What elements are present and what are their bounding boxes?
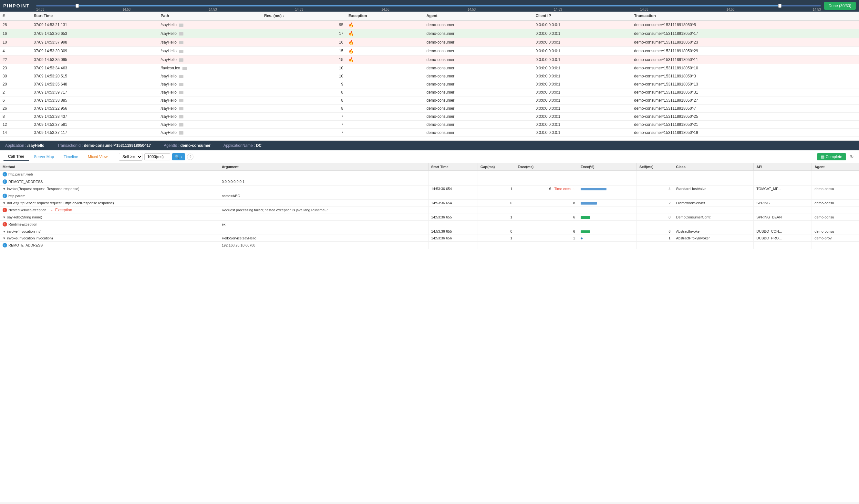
table-row[interactable]: 26 07/09 14:53:22 956 /sayHello 8 demo-c… xyxy=(0,105,859,113)
exec-bar xyxy=(581,188,606,190)
col-header-id[interactable]: # xyxy=(0,12,31,20)
calltree-row[interactable]: i http.param name=ABC xyxy=(0,192,859,200)
calltree-header-exec---[interactable]: Exec(%) xyxy=(578,163,636,171)
tab-mixed-view[interactable]: Mixed View xyxy=(83,153,112,161)
calltree-row[interactable]: ! RuntimeException ex xyxy=(0,221,859,228)
info-badge: i xyxy=(3,179,7,184)
table-row[interactable]: 4 07/09 14:53:39 309 /sayHello 15 🔥 demo… xyxy=(0,47,859,56)
tab-timeline[interactable]: Timeline xyxy=(59,153,83,161)
error-badge: ! xyxy=(3,222,7,226)
expand-icon[interactable]: ▼ xyxy=(3,201,6,205)
method-name: invoke(Request request, Response respons… xyxy=(7,187,79,191)
timeline-track[interactable]: 14:5314:5314:5314:5314:5314:5314:5314:53… xyxy=(36,3,821,9)
cell-transaction: demo-consumer^1531118918050^10 xyxy=(632,64,859,72)
calltree-header-argument[interactable]: Argument xyxy=(219,163,428,171)
timeline-handle-left[interactable] xyxy=(76,4,79,8)
calltree-header-start-time[interactable]: Start Time xyxy=(428,163,478,171)
timeline-handle-right[interactable] xyxy=(778,4,782,8)
calltree-header-exec-ms-[interactable]: Exec(ms) xyxy=(515,163,578,171)
gap-cell: 0 xyxy=(478,200,515,206)
expand-icon[interactable]: ▼ xyxy=(3,216,6,219)
table-row[interactable]: 6 07/09 14:53:38 885 /sayHello 8 demo-co… xyxy=(0,96,859,105)
cell-start: 07/09 14:53:35 648 xyxy=(31,80,158,89)
cell-start: 07/09 14:53:38 885 xyxy=(31,96,158,105)
cell-ip: 0:0:0:0:0:0:0:1 xyxy=(533,64,631,72)
filter-input[interactable] xyxy=(144,153,170,160)
self-ms-cell: 1 xyxy=(637,235,673,242)
exec-ms-cell: 1 xyxy=(515,235,578,242)
class-cell: StandardHostValve xyxy=(673,186,754,192)
cell-path: /sayHello xyxy=(158,105,261,113)
table-row[interactable]: 16 07/09 14:53:36 653 /sayHello 17 🔥 dem… xyxy=(0,29,859,38)
search-button[interactable]: 🔍 ↓ xyxy=(172,153,185,160)
calltree-row[interactable]: ▼ doGet(HttpServletRequest request, Http… xyxy=(0,200,859,206)
done-button[interactable]: Done (30/30) xyxy=(824,2,856,10)
cell-exception: 🔥 xyxy=(346,20,424,29)
col-header-agent[interactable]: Agent xyxy=(424,12,533,20)
calltree-row[interactable]: i REMOTE_ADDRESS 192.168.93.10:60788 xyxy=(0,242,859,249)
help-button[interactable]: ? xyxy=(187,154,193,160)
gap-cell: 1 xyxy=(478,214,515,221)
cell-transaction: demo-consumer^1531118918050^17 xyxy=(632,29,859,38)
expand-icon[interactable]: ▼ xyxy=(3,187,6,191)
expand-icon[interactable]: ▼ xyxy=(3,237,6,240)
time-exec-annotation: Time exec → xyxy=(555,187,575,191)
table-row[interactable]: 20 07/09 14:53:35 648 /sayHello 9 demo-c… xyxy=(0,80,859,89)
filter-select[interactable]: Self >= xyxy=(119,153,142,161)
cell-start: 07/09 14:53:21 131 xyxy=(31,20,158,29)
calltree-header-self-ms-[interactable]: Self(ms) xyxy=(637,163,673,171)
calltree-row[interactable]: ! NestedServletException← Exception Requ… xyxy=(0,206,859,214)
col-header-ip[interactable]: Client IP xyxy=(533,12,631,20)
agent-cell: demo-consu xyxy=(812,228,859,235)
cell-res: 8 xyxy=(261,96,346,105)
calltree-row[interactable]: ▼ invoke(Invocation invocation) HelloSer… xyxy=(0,235,859,242)
transaction-table: # Start Time Path Res. (ms) ↓ Exception … xyxy=(0,12,859,137)
table-row[interactable]: 28 07/09 14:53:21 131 /sayHello 95 🔥 dem… xyxy=(0,20,859,29)
self-ms-cell: 4 xyxy=(637,186,673,192)
calltree-row[interactable]: ▼ sayHello(String name) 14:53:36 655 1 6… xyxy=(0,214,859,221)
cell-agent: demo-consumer xyxy=(424,29,533,38)
argument-cell xyxy=(219,214,428,221)
api-cell: TOMCAT_ME... xyxy=(754,186,812,192)
expand-icon[interactable]: ▼ xyxy=(3,230,6,233)
tab-server-map[interactable]: Server Map xyxy=(29,153,59,161)
table-row[interactable]: 12 07/09 14:53:37 581 /sayHello 7 demo-c… xyxy=(0,121,859,129)
calltree-header-class[interactable]: Class xyxy=(673,163,754,171)
class-cell xyxy=(673,242,754,249)
calltree-header-api[interactable]: API xyxy=(754,163,812,171)
table-row[interactable]: 22 07/09 14:53:35 095 /sayHello 15 🔥 dem… xyxy=(0,56,859,64)
table-row[interactable]: 2 07/09 14:53:39 717 /sayHello 8 demo-co… xyxy=(0,89,859,96)
calltree-row[interactable]: ▼ invoke(Request request, Response respo… xyxy=(0,186,859,192)
table-row[interactable]: 10 07/09 14:53:37 998 /sayHello 16 🔥 dem… xyxy=(0,38,859,47)
table-row[interactable]: 14 07/09 14:53:37 117 /sayHello 7 demo-c… xyxy=(0,129,859,137)
table-row[interactable]: 30 07/09 14:53:20 515 /sayHello 10 demo-… xyxy=(0,72,859,80)
col-header-res[interactable]: Res. (ms) ↓ xyxy=(261,12,346,20)
calltree-row[interactable]: i REMOTE_ADDRESS 0:0:0:0:0:0:0:1 xyxy=(0,178,859,186)
method-cell: ▼ invoke(Request request, Response respo… xyxy=(0,186,219,192)
refresh-button[interactable]: ↻ xyxy=(848,154,856,160)
cell-agent: demo-consumer xyxy=(424,89,533,96)
col-header-path[interactable]: Path xyxy=(158,12,261,20)
cell-id: 4 xyxy=(0,47,31,56)
cell-transaction: demo-consumer^1531118918050^13 xyxy=(632,80,859,89)
col-header-start[interactable]: Start Time xyxy=(31,12,158,20)
method-name: invoke(Invocation inv) xyxy=(7,230,41,233)
bottom-panel: Call Tree Server Map Timeline Mixed View… xyxy=(0,151,859,502)
tab-call-tree[interactable]: Call Tree xyxy=(3,152,29,161)
exec-ms-cell xyxy=(515,192,578,200)
calltree-row[interactable]: ▼ invoke(Invocation inv) 14:53:36 655 0 … xyxy=(0,228,859,235)
table-row[interactable]: 23 07/09 14:53:34 463 /favicon.ico 10 de… xyxy=(0,64,859,72)
calltree-header-agent[interactable]: Agent xyxy=(812,163,859,171)
table-row[interactable]: 8 07/09 14:53:38 437 /sayHello 7 demo-co… xyxy=(0,113,859,121)
api-cell: SPRING xyxy=(754,200,812,206)
complete-button[interactable]: ▦ Complete xyxy=(817,153,846,160)
cell-exception: 🔥 xyxy=(346,47,424,56)
col-header-transaction[interactable]: Transaction xyxy=(632,12,859,20)
calltree-header-gap-ms-[interactable]: Gap(ms) xyxy=(478,163,515,171)
cell-id: 14 xyxy=(0,129,31,137)
error-badge: ! xyxy=(3,208,7,212)
calltree-header-method[interactable]: Method xyxy=(0,163,219,171)
calltree-row[interactable]: i http.param.web xyxy=(0,171,859,178)
col-header-exception[interactable]: Exception xyxy=(346,12,424,20)
cell-path: /sayHello xyxy=(158,121,261,129)
